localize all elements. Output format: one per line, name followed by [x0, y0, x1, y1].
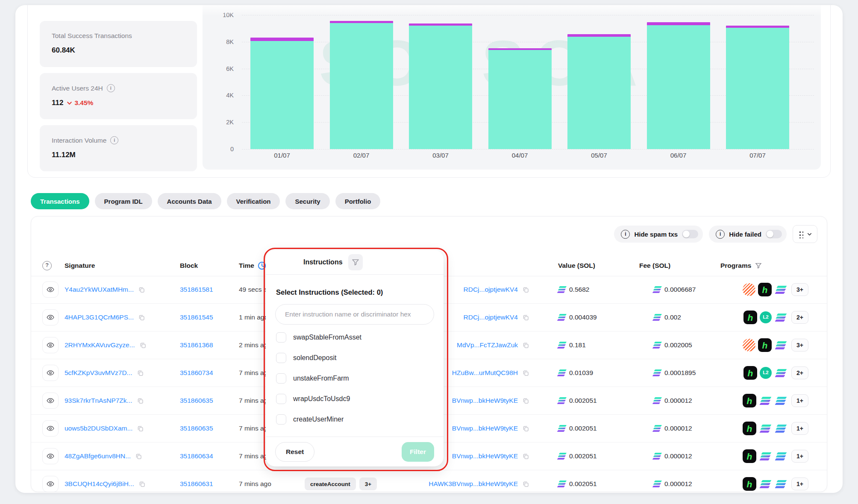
l2-program-icon[interactable]: L2	[760, 311, 772, 323]
tx-address[interactable]: MdVp...FcTZJawZuk	[457, 341, 518, 349]
programs-more-badge[interactable]: 1+	[791, 478, 808, 490]
checkbox[interactable]	[276, 394, 286, 404]
bar-06-07[interactable]	[647, 22, 710, 149]
programs-more-badge[interactable]: 1+	[791, 422, 808, 435]
preview-tx-button[interactable]	[42, 476, 59, 492]
tx-address[interactable]: RDCj...ojptjewKV4	[464, 314, 518, 321]
programs-more-badge[interactable]: 2+	[791, 311, 808, 324]
solana-program-icon[interactable]	[759, 450, 772, 463]
hawksight-program-icon[interactable]: h	[743, 394, 756, 407]
tx-address[interactable]: BVnwp...bkHeW9tyKE	[452, 452, 518, 460]
tx-address[interactable]: BVnwp...bkHeW9tyKE	[452, 397, 518, 404]
tx-block[interactable]: 351860635	[180, 425, 213, 432]
columns-settings-button[interactable]	[793, 225, 817, 243]
bar-02-07[interactable]	[330, 21, 393, 149]
striped-program-icon[interactable]	[743, 339, 755, 352]
tx-block[interactable]: 351861545	[180, 314, 213, 321]
bar-01-07[interactable]	[250, 38, 314, 149]
hide-spam-toggle[interactable]: i Hide spam txs	[614, 226, 703, 243]
option-unstakeFromFarm[interactable]: unstakeFromFarm	[276, 368, 433, 389]
instruction-badge[interactable]: 3+	[359, 478, 377, 490]
hawksight-program-icon[interactable]: h	[743, 311, 757, 324]
copy-icon[interactable]	[137, 425, 144, 432]
tx-signature[interactable]: 3BCUQH14cQyi6jBiH...	[65, 480, 134, 488]
solana-program-icon[interactable]	[774, 394, 787, 407]
info-icon[interactable]: i	[110, 136, 118, 144]
copy-icon[interactable]	[139, 342, 147, 349]
reset-button[interactable]: Reset	[275, 442, 314, 462]
checkbox[interactable]	[276, 414, 286, 425]
tx-address[interactable]: HZuBw...urMutQC98H	[452, 369, 518, 377]
bar-07-07[interactable]	[726, 26, 789, 149]
l2-program-icon[interactable]: L2	[760, 367, 772, 379]
tab-transactions[interactable]: Transactions	[31, 193, 89, 209]
option-swapStableFromAsset[interactable]: swapStableFromAsset	[276, 327, 433, 348]
tx-block[interactable]: 351860634	[180, 452, 213, 460]
copy-icon[interactable]	[522, 425, 529, 432]
copy-icon[interactable]	[135, 453, 142, 460]
tx-block[interactable]: 351860631	[180, 480, 213, 488]
tab-verification[interactable]: Verification	[227, 193, 280, 209]
tx-address[interactable]: BVnwp...bkHeW9tyKE	[452, 425, 518, 432]
instructions-filter-icon[interactable]	[348, 254, 363, 270]
tx-address[interactable]: RDCj...ojptjewKV4	[464, 286, 518, 293]
bar-04-07[interactable]	[488, 48, 552, 149]
option-wrapUsdcToUsdc9[interactable]: wrapUsdcToUsdc9	[276, 389, 433, 409]
striped-program-icon[interactable]	[743, 283, 755, 296]
checkbox[interactable]	[276, 332, 286, 343]
preview-tx-button[interactable]	[42, 393, 59, 409]
solana-program-icon[interactable]	[774, 311, 787, 324]
tx-signature[interactable]: 93Sk7rkrTnAsNP7Zk...	[65, 397, 132, 404]
tx-signature[interactable]: Y4au2YkWUXatMHm...	[65, 286, 134, 293]
preview-tx-button[interactable]	[42, 365, 59, 381]
copy-icon[interactable]	[137, 369, 144, 377]
solana-program-icon[interactable]	[759, 394, 772, 407]
copy-icon[interactable]	[522, 286, 529, 293]
preview-tx-button[interactable]	[42, 337, 59, 353]
copy-icon[interactable]	[522, 481, 529, 488]
solana-program-icon[interactable]	[774, 366, 787, 379]
hide-spam-switch[interactable]	[682, 230, 698, 238]
programs-more-badge[interactable]: 1+	[791, 394, 808, 407]
copy-icon[interactable]	[522, 397, 529, 404]
programs-more-badge[interactable]: 3+	[791, 339, 808, 352]
preview-tx-button[interactable]	[42, 309, 59, 325]
tx-signature[interactable]: 2RHYMxKAVuvGzyze...	[65, 341, 135, 349]
preview-tx-button[interactable]	[42, 420, 59, 437]
checkbox[interactable]	[276, 353, 286, 363]
tx-block[interactable]: 351860635	[180, 397, 213, 404]
tx-block[interactable]: 351861368	[180, 341, 213, 349]
tab-program-idl[interactable]: Program IDL	[95, 193, 152, 209]
checkbox[interactable]	[276, 373, 286, 384]
tx-signature[interactable]: uows5b2DUSbDXam...	[65, 425, 132, 432]
solana-program-icon[interactable]	[774, 422, 787, 435]
option-createUserMiner[interactable]: createUserMiner	[276, 409, 433, 430]
hawksight-program-icon[interactable]: h	[743, 477, 756, 491]
copy-icon[interactable]	[138, 481, 146, 488]
tx-address[interactable]: HAWK3BVnwp...bkHeW9tyKE	[429, 480, 518, 488]
tx-signature[interactable]: 4HAPL3G1QCrM6PS...	[65, 314, 134, 321]
instruction-search-input[interactable]	[275, 304, 434, 325]
hide-failed-switch[interactable]	[766, 230, 782, 238]
bar-03-07[interactable]	[409, 23, 472, 149]
copy-icon[interactable]	[522, 369, 529, 377]
copy-icon[interactable]	[137, 397, 144, 404]
option-solendDeposit[interactable]: solendDeposit	[276, 348, 433, 368]
hawksight-program-icon[interactable]: h	[743, 366, 757, 380]
copy-icon[interactable]	[522, 314, 529, 321]
hide-failed-toggle[interactable]: i Hide failed	[709, 226, 787, 243]
hawksight-program-icon[interactable]: h	[758, 283, 772, 296]
copy-icon[interactable]	[522, 342, 529, 349]
solana-program-icon[interactable]	[759, 422, 772, 435]
solana-program-icon[interactable]	[774, 283, 787, 296]
hawksight-program-icon[interactable]: h	[743, 422, 756, 435]
hawksight-program-icon[interactable]: h	[758, 338, 772, 352]
time-format-icon[interactable]	[258, 261, 266, 270]
copy-icon[interactable]	[522, 453, 529, 460]
tx-signature[interactable]: 48ZgABfge6unv8HN...	[65, 452, 131, 460]
solana-program-icon[interactable]	[759, 478, 772, 490]
programs-filter-icon[interactable]	[755, 262, 762, 270]
solana-program-icon[interactable]	[774, 478, 787, 490]
help-icon[interactable]: ?	[42, 261, 52, 270]
info-icon[interactable]: i	[107, 84, 115, 92]
